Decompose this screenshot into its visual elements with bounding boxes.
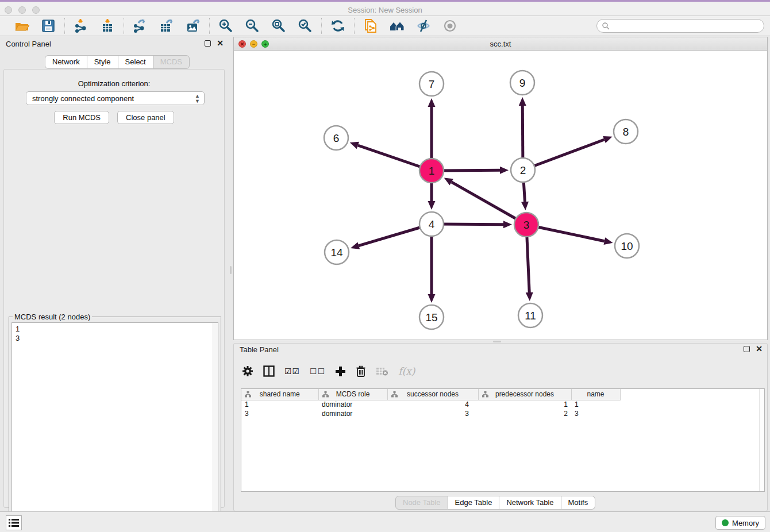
- column-header-predecessor-nodes[interactable]: predecessor nodes: [478, 389, 571, 400]
- table-row[interactable]: 1dominator411: [241, 400, 620, 409]
- select-all-columns-icon[interactable]: ☑☑: [284, 367, 300, 376]
- splitter-handle[interactable]: [230, 266, 232, 274]
- graph-edge[interactable]: [452, 182, 526, 225]
- show-all-eye-icon[interactable]: [442, 18, 458, 34]
- tab-network-table[interactable]: Network Table: [499, 496, 561, 510]
- graph-node-label: 6: [333, 132, 340, 144]
- unselect-all-columns-icon[interactable]: ☐☐: [310, 367, 325, 376]
- tab-mcds[interactable]: MCDS: [153, 55, 190, 69]
- table-cell[interactable]: 4: [387, 400, 478, 409]
- table-cell[interactable]: 1: [571, 400, 620, 409]
- graph-edge-arrow-icon: [350, 142, 359, 149]
- delete-column-trash-icon[interactable]: [356, 365, 366, 377]
- window-titlebar: Session: New Session: [0, 0, 770, 16]
- tab-edge-table[interactable]: Edge Table: [448, 496, 500, 510]
- graph-node-label: 7: [429, 78, 435, 90]
- export-network-icon[interactable]: [132, 18, 148, 34]
- zoom-fit-icon[interactable]: [271, 18, 287, 34]
- result-scrollbar[interactable]: [213, 323, 218, 532]
- task-history-list-icon[interactable]: [6, 515, 22, 530]
- graph-edge-arrow-icon: [428, 98, 436, 107]
- network-window-titlebar[interactable]: ✕ − ＋ scc.txt: [234, 37, 767, 51]
- search-input[interactable]: [613, 22, 759, 30]
- run-mcds-button[interactable]: Run MCDS: [54, 111, 109, 124]
- close-panel-icon[interactable]: ✕: [756, 346, 763, 352]
- table-cell[interactable]: dominator: [318, 409, 387, 418]
- column-header-successor-nodes[interactable]: successor nodes: [387, 389, 478, 400]
- mcds-result-title: MCDS result (2 nodes): [13, 313, 92, 321]
- table-row[interactable]: 3dominator323: [241, 409, 620, 418]
- table-cell[interactable]: 3: [571, 409, 620, 418]
- vertical-splitter[interactable]: [228, 36, 233, 511]
- column-header-shared-name[interactable]: shared name: [241, 389, 318, 400]
- node-table-body: 1dominator4113dominator323: [241, 400, 620, 418]
- hierarchy-icon: [322, 391, 329, 398]
- table-cell[interactable]: 1: [241, 400, 318, 409]
- memory-status-icon: [722, 519, 729, 526]
- float-panel-icon[interactable]: [744, 346, 750, 352]
- first-neighbors-icon[interactable]: [389, 18, 405, 34]
- table-cell[interactable]: 1: [478, 400, 571, 409]
- export-image-icon[interactable]: [185, 18, 201, 34]
- graph-node-label: 1: [429, 165, 435, 177]
- table-scrollbar[interactable]: [759, 389, 764, 491]
- network-view-window: ✕ − ＋ scc.txt 1234678910111415: [233, 37, 768, 340]
- zoom-selected-icon[interactable]: [297, 18, 313, 34]
- main-toolbar: [0, 16, 770, 36]
- table-settings-gear-icon[interactable]: [242, 365, 253, 377]
- criterion-select[interactable]: strongly connected component ▲▼: [26, 91, 205, 105]
- tab-motifs[interactable]: Motifs: [561, 496, 596, 510]
- search-field[interactable]: [596, 19, 764, 33]
- column-header-name[interactable]: name: [571, 389, 620, 400]
- show-column-panel-icon[interactable]: [263, 365, 275, 377]
- save-session-icon[interactable]: [40, 18, 56, 34]
- hide-selected-eye-slash-icon[interactable]: [415, 18, 432, 34]
- column-header-mcds-role[interactable]: MCDS role: [318, 389, 387, 400]
- hierarchy-icon: [245, 391, 251, 398]
- control-panel-tabs: Network Style Select MCDS: [45, 55, 190, 69]
- zoom-out-icon[interactable]: [244, 18, 260, 34]
- close-panel-button[interactable]: Close panel: [117, 111, 174, 124]
- mcds-result-box[interactable]: 1 3: [11, 322, 218, 532]
- delete-table-icon-disabled: [376, 366, 388, 376]
- window-title: Session: New Session: [0, 6, 770, 14]
- close-panel-icon[interactable]: ✕: [217, 40, 224, 47]
- graph-node-label: 4: [429, 218, 435, 230]
- table-cell[interactable]: dominator: [318, 400, 387, 409]
- tab-style[interactable]: Style: [87, 55, 118, 69]
- table-panel: Table Panel ✕: [233, 343, 768, 511]
- graph-edge-arrow-icon: [604, 237, 613, 245]
- graph-node-label: 11: [525, 310, 536, 322]
- create-column-plus-icon[interactable]: [335, 366, 346, 377]
- table-cell[interactable]: 3: [387, 409, 478, 418]
- graph-node-label: 8: [623, 126, 629, 138]
- graph-node-label: 15: [425, 311, 437, 323]
- float-panel-icon[interactable]: [205, 40, 211, 47]
- tab-node-table[interactable]: Node Table: [395, 496, 448, 510]
- tab-select[interactable]: Select: [118, 55, 153, 69]
- table-panel-tabs: Node Table Edge Table Network Table Moti…: [395, 496, 595, 510]
- hierarchy-icon: [482, 391, 488, 398]
- graph-edge[interactable]: [523, 140, 605, 170]
- network-graph: 1234678910111415: [234, 51, 767, 340]
- graph-node-label: 14: [330, 246, 343, 259]
- memory-label: Memory: [732, 519, 759, 527]
- import-network-icon[interactable]: [73, 18, 89, 34]
- graph-edge-arrow-icon: [603, 136, 612, 143]
- clone-network-icon[interactable]: [363, 18, 379, 34]
- tab-network[interactable]: Network: [45, 55, 87, 69]
- memory-button[interactable]: Memory: [715, 516, 765, 530]
- table-cell[interactable]: 2: [478, 409, 571, 418]
- import-table-icon[interactable]: [99, 18, 116, 34]
- graph-edge-arrow-icon: [500, 167, 509, 174]
- graph-edge-arrow-icon: [428, 294, 436, 303]
- refresh-icon[interactable]: [330, 18, 346, 34]
- open-file-icon[interactable]: [14, 18, 30, 34]
- network-canvas[interactable]: 1234678910111415: [234, 51, 767, 340]
- graph-edge-arrow-icon: [526, 292, 533, 301]
- export-table-icon[interactable]: [159, 18, 175, 34]
- graph-edge-arrow-icon: [351, 242, 360, 249]
- table-cell[interactable]: 3: [241, 409, 318, 418]
- splitter-handle[interactable]: [493, 341, 501, 342]
- zoom-in-icon[interactable]: [218, 18, 234, 34]
